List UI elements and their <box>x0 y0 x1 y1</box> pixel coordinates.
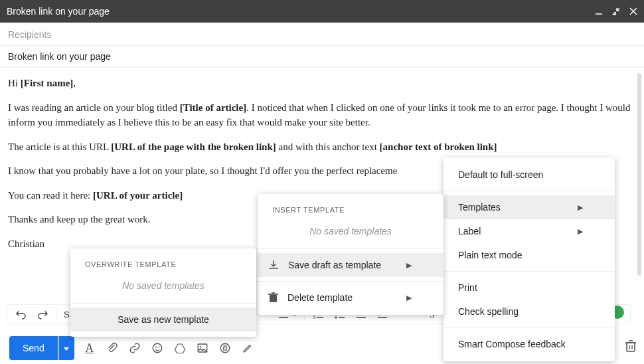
svg-marker-31 <box>64 347 69 351</box>
menu-divider <box>258 248 443 249</box>
menu-spelling[interactable]: Check spelling <box>443 300 615 323</box>
menu-smart-compose[interactable]: Smart Compose feedback <box>443 332 615 356</box>
menu-divider <box>258 281 443 282</box>
submenu-arrow-icon: ▶ <box>578 203 583 212</box>
menu-divider <box>70 303 256 304</box>
minimize-icon[interactable] <box>595 7 603 15</box>
image-icon[interactable] <box>195 341 210 355</box>
menu-print[interactable]: Print <box>443 276 615 300</box>
templates-submenu: INSERT TEMPLATE No saved templates Save … <box>258 194 443 315</box>
discard-draft-button[interactable] <box>625 340 637 352</box>
recipients-field[interactable]: Recipients <box>0 23 644 45</box>
menu-divider <box>443 191 615 191</box>
close-icon[interactable] <box>629 7 637 15</box>
pen-icon[interactable] <box>240 341 255 355</box>
compose-right-controls <box>613 340 637 352</box>
menu-divider <box>443 271 615 272</box>
download-icon <box>268 260 279 270</box>
body-scrollbar[interactable] <box>637 73 641 276</box>
send-row: Send A <box>9 336 255 360</box>
menu-plaintext[interactable]: Plain text mode <box>443 243 615 267</box>
menu-save-draft-template[interactable]: Save draft as template ▶ <box>258 253 443 277</box>
svg-point-16 <box>335 317 337 319</box>
submenu-arrow-icon: ▶ <box>578 227 583 236</box>
shrink-icon[interactable] <box>612 7 620 15</box>
subject-field[interactable]: Broken link on your page <box>0 45 644 68</box>
undo-button[interactable] <box>14 307 29 321</box>
body-greeting: Hi [First name], <box>8 76 636 91</box>
link-icon[interactable] <box>127 341 142 355</box>
window-titlebar: Broken link on your page <box>0 0 644 23</box>
submenu-arrow-icon: ▶ <box>406 294 412 302</box>
save-template-submenu: OVERWRITE TEMPLATE No saved templates Sa… <box>70 248 256 337</box>
insert-template-header: INSERT TEMPLATE <box>258 199 443 221</box>
send-more-button[interactable] <box>58 336 74 360</box>
trash-icon <box>268 292 278 303</box>
scrollbar-thumb[interactable] <box>637 73 641 276</box>
svg-text:3: 3 <box>313 316 315 319</box>
menu-save-as-new-template[interactable]: Save as new template <box>70 308 256 331</box>
svg-rect-45 <box>270 295 277 302</box>
menu-templates[interactable]: Templates ▶ <box>443 195 615 219</box>
more-options-menu: Default to full-screen Templates ▶ Label… <box>443 157 615 361</box>
svg-rect-40 <box>627 343 635 351</box>
send-button[interactable]: Send <box>9 336 58 360</box>
menu-divider <box>443 327 615 328</box>
window-title: Broken link on your page <box>7 6 110 17</box>
toolbar-separator <box>56 308 57 320</box>
confidential-icon[interactable] <box>218 341 232 355</box>
svg-point-37 <box>200 346 201 347</box>
overwrite-template-header: OVERWRITE TEMPLATE <box>70 254 256 275</box>
submenu-arrow-icon: ▶ <box>406 261 412 270</box>
text-format-button[interactable]: A <box>82 341 97 355</box>
svg-rect-39 <box>223 347 226 351</box>
svg-point-33 <box>155 347 157 348</box>
emoji-icon[interactable] <box>150 341 165 355</box>
redo-button[interactable] <box>35 307 50 321</box>
menu-default-fullscreen[interactable]: Default to full-screen <box>443 163 615 187</box>
body-p2: The article is at this URL [URL of the p… <box>8 139 636 155</box>
menu-label[interactable]: Label ▶ <box>443 219 615 243</box>
attach-icon[interactable] <box>105 341 120 355</box>
svg-point-32 <box>153 343 162 353</box>
menu-delete-template[interactable]: Delete template ▶ <box>258 286 443 310</box>
no-saved-templates-text: No saved templates <box>258 221 443 244</box>
svg-point-34 <box>158 347 159 348</box>
drive-icon[interactable] <box>173 341 187 355</box>
no-saved-templates-text: No saved templates <box>70 275 256 299</box>
svg-marker-35 <box>175 344 185 353</box>
window-controls <box>595 7 637 15</box>
body-p1: I was reading an article on your blog ti… <box>8 100 636 130</box>
